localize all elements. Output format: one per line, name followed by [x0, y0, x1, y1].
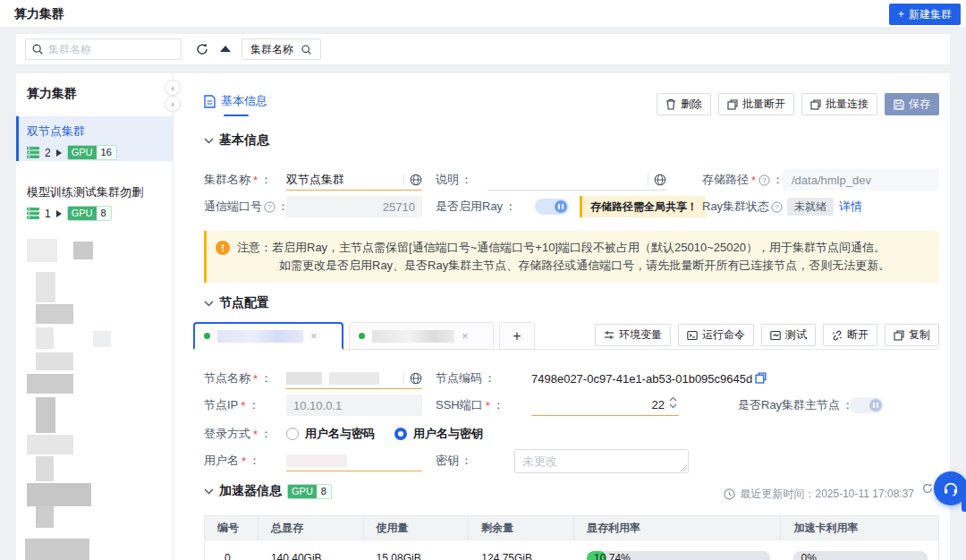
cluster-name-input[interactable] [286, 173, 398, 186]
sliders-icon [604, 330, 614, 341]
step-up-icon[interactable] [669, 396, 677, 402]
basic-form-row-1: 集群名称*： 说明： 存储路径* [174, 166, 950, 193]
ssh-port-input[interactable] [531, 398, 679, 412]
sidebar-item-cluster-0[interactable]: 双节点集群 2 GPU 16 [16, 116, 174, 161]
cell-used: 15.08GiB [364, 540, 470, 560]
env-vars-button[interactable]: 环境变量 [595, 324, 671, 346]
add-node-tab-button[interactable]: + [499, 322, 535, 350]
col-card-util: 加速卡利用率 [781, 516, 938, 539]
copy-node-button[interactable]: 复制 [885, 324, 939, 346]
ray-head-toggle[interactable] [850, 397, 884, 413]
step-down-icon[interactable] [669, 403, 677, 409]
cell-mem-util: 10.74% [574, 540, 781, 560]
close-icon[interactable]: × [462, 329, 469, 343]
plus-icon: + [513, 328, 521, 344]
save-icon [894, 99, 904, 110]
storage-path-field[interactable]: /data/hmlp_dev [783, 169, 939, 191]
filter-chip-cluster-name[interactable]: 集群名称 [242, 38, 321, 60]
ssh-port-field[interactable] [531, 395, 679, 416]
refresh-icon[interactable] [921, 482, 934, 495]
node-tab-1[interactable]: × [193, 322, 343, 350]
col-free: 剩余量 [469, 516, 574, 539]
basic-form-row-2: 通信端口号 ? ： 25710 是否启用Ray： 存储路径需全局共享！ Ray集… [174, 193, 950, 220]
delete-button[interactable]: 删除 [657, 93, 711, 115]
node-tab-2[interactable]: × [349, 322, 494, 350]
customer-service-widget[interactable] [934, 471, 966, 505]
caret-down-icon [204, 138, 214, 144]
copy-node-label: 复制 [909, 327, 930, 343]
section-node-config[interactable]: 节点配置 [204, 295, 269, 311]
chevron-right-icon: › [171, 98, 174, 109]
radio-password[interactable]: 用户名与密码 [286, 426, 375, 442]
table-row: 0 140.40GiB 15.08GiB 124.75GiB 10.74% 0% [205, 539, 938, 560]
batch-disconnect-button[interactable]: 批量断开 [718, 93, 794, 115]
globe-icon[interactable] [410, 174, 422, 186]
run-command-button[interactable]: 运行命令 [678, 324, 754, 346]
notice-line-2: 如需更改是否启用Ray、是否Ray集群主节点、存储路径或通信端口号，请先批量断开… [237, 257, 890, 275]
accelerator-table: 编号 总显存 使用量 剩余量 显存利用率 加速卡利用率 0 140.40GiB … [204, 515, 939, 560]
cluster-name: 模型训练测试集群勿删 [27, 184, 174, 200]
cluster-name-field[interactable] [286, 169, 422, 191]
test-button[interactable]: 测试 [761, 324, 816, 346]
resize-handle[interactable] [680, 464, 687, 471]
secret-field[interactable] [514, 449, 689, 473]
question-icon[interactable]: ? [771, 201, 783, 213]
mem-util-label: 10.74% [594, 551, 631, 560]
node-form-row-4: 用户名*： 密钥： [174, 447, 950, 474]
cluster-name-label: 集群名称*： [204, 166, 272, 193]
sidebar-expand-button[interactable]: › [165, 96, 181, 112]
ray-enable-toggle[interactable] [535, 199, 569, 215]
delete-label: 删除 [681, 97, 702, 112]
search-input[interactable] [48, 43, 165, 55]
refresh-icon[interactable] [195, 42, 209, 56]
stepper-icons[interactable] [669, 396, 677, 409]
description-field[interactable] [487, 169, 666, 191]
username-field[interactable] [286, 450, 422, 471]
gpu-badge-label: GPU [288, 485, 317, 498]
cluster-detail-panel: 基本信息 删除 批量断开 批量连接 [174, 73, 950, 560]
node-name-field[interactable] [286, 368, 422, 389]
redacted-node-name [217, 330, 303, 343]
ray-status-detail-link[interactable]: 详情 [839, 199, 862, 215]
comm-port-value: 25710 [383, 200, 415, 214]
new-cluster-button[interactable]: + 新建集群 [889, 4, 961, 25]
gpu-badge: GPU 16 [67, 145, 117, 160]
section-node-config-label: 节点配置 [219, 295, 269, 311]
collapse-filter-icon[interactable] [220, 46, 231, 52]
copy-code-icon[interactable] [755, 372, 767, 384]
batch-connect-label: 批量连接 [826, 97, 869, 112]
cluster-search-box[interactable] [25, 38, 182, 60]
tab-basic-info[interactable]: 基本信息 [204, 93, 267, 109]
last-updated-text: 最近更新时间：2025-10-11 17:08:37 [740, 487, 914, 502]
secret-input[interactable] [515, 450, 688, 472]
login-mode-label: 登录方式*： [204, 420, 272, 447]
save-button[interactable]: 保存 [885, 93, 939, 115]
gpu-badge-label: GPU [68, 207, 97, 220]
globe-icon[interactable] [654, 174, 666, 186]
sidebar-item-cluster-1[interactable]: 模型训练测试集群勿删 1 GPU 8 [16, 177, 174, 220]
radio-keyfile[interactable]: 用户名与密钥 [394, 426, 483, 442]
section-basic-info[interactable]: 基本信息 [204, 132, 269, 148]
description-input[interactable] [487, 173, 642, 186]
expand-icon[interactable] [56, 210, 62, 217]
card-util-bar: 0% [793, 551, 928, 560]
online-dot-icon [204, 333, 210, 339]
test-icon [770, 330, 781, 341]
document-icon [204, 95, 216, 108]
question-icon[interactable]: ? [264, 201, 275, 213]
expand-icon[interactable] [56, 149, 62, 157]
broken-link-icon [832, 330, 843, 341]
test-label: 测试 [785, 327, 807, 343]
gpu-badge: GPU 8 [67, 206, 112, 221]
close-icon[interactable]: × [310, 329, 318, 343]
globe-icon[interactable] [410, 372, 422, 385]
top-bar: 算力集群 + 新建集群 [0, 0, 966, 27]
disconnect-button[interactable]: 断开 [823, 324, 877, 346]
section-accelerator[interactable]: 加速器信息 GPU 8 [204, 483, 332, 499]
question-icon[interactable]: ? [758, 174, 770, 186]
sidebar-collapse-button[interactable]: ‹ [165, 80, 181, 96]
online-dot-icon [359, 333, 365, 339]
ray-status-label: Ray集群状态 ? ： [702, 193, 796, 220]
svg-text:?: ? [775, 203, 779, 211]
batch-connect-button[interactable]: 批量连接 [801, 93, 877, 115]
